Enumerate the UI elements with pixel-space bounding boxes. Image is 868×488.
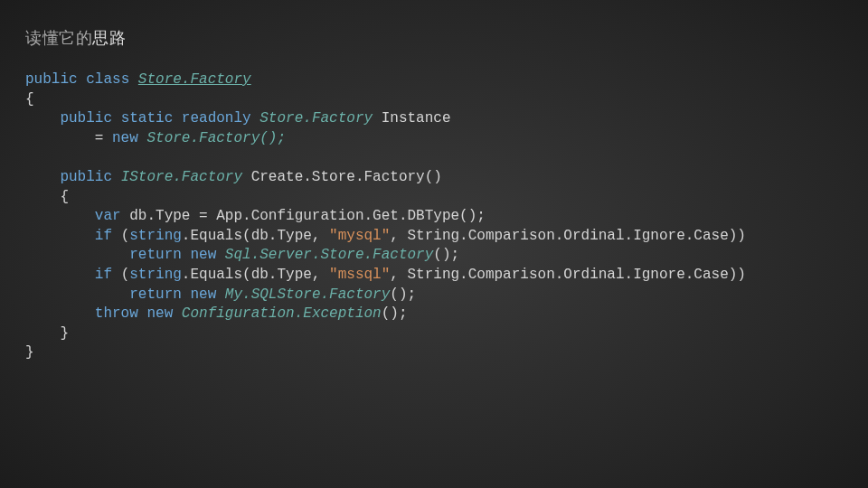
type-sqlserver: Sql.Server.Store.Factory	[225, 247, 433, 263]
kw-public: public	[60, 169, 112, 185]
str-mssql: "mssql"	[329, 267, 390, 283]
type-storefactory: Store.Factory	[259, 110, 373, 127]
equals-open: .Equals(db.Type,	[182, 228, 329, 244]
code-block: public class Store.Factory { public stat…	[25, 70, 843, 363]
kw-if: if	[95, 228, 112, 244]
kw-throw: throw	[95, 305, 138, 322]
kw-new: new	[190, 247, 216, 263]
str-mysql: "mysql"	[329, 228, 390, 244]
kw-string: string	[129, 267, 182, 283]
kw-readonly: readonly	[182, 110, 251, 127]
assign-dbtype: db.Type = App.Configuration.Get.DBType()…	[129, 208, 486, 224]
method-name: Create.Store.Factory()	[251, 169, 442, 185]
type-istorefactory: IStore.Factory	[121, 169, 242, 185]
brace-close: }	[60, 325, 69, 342]
kw-new: new	[190, 286, 216, 303]
kw-class: class	[86, 71, 129, 88]
title-emph: 思路	[92, 29, 126, 47]
equals-open: .Equals(db.Type,	[182, 267, 329, 283]
kw-new: new	[146, 305, 173, 322]
kw-var: var	[95, 208, 121, 224]
kw-return: return	[129, 247, 182, 263]
equals-tail: , String.Comparison.Ordinal.Ignore.Case)…	[390, 228, 746, 244]
if-open: (	[121, 267, 130, 283]
brace-open: {	[25, 91, 34, 108]
if-open: (	[121, 228, 130, 244]
kw-public: public	[60, 110, 112, 127]
kw-return: return	[129, 286, 182, 303]
title-prefix: 读懂它的	[25, 29, 92, 47]
kw-string: string	[129, 228, 182, 244]
slide-title: 读懂它的思路	[25, 27, 843, 49]
slide: 读懂它的思路 public class Store.Factory { publ…	[0, 0, 868, 488]
id-instance: Instance	[382, 110, 451, 127]
kw-public: public	[25, 71, 78, 88]
kw-if: if	[95, 267, 112, 283]
kw-static: static	[121, 110, 174, 127]
brace-close: }	[25, 344, 34, 361]
type-storefactory: Store.Factory	[138, 71, 251, 88]
ctor-tail: ();	[382, 305, 408, 322]
kw-new: new	[112, 130, 138, 146]
ctor-tail: ();	[390, 286, 416, 303]
equals-tail: , String.Comparison.Ordinal.Ignore.Case)…	[390, 267, 746, 283]
type-configex: Configuration.Exception	[182, 305, 382, 322]
type-storefactory-ctor: Store.Factory();	[146, 130, 286, 146]
ctor-tail: ();	[433, 247, 459, 263]
brace-open: {	[60, 189, 69, 205]
type-mysql: My.SQLStore.Factory	[225, 286, 390, 303]
